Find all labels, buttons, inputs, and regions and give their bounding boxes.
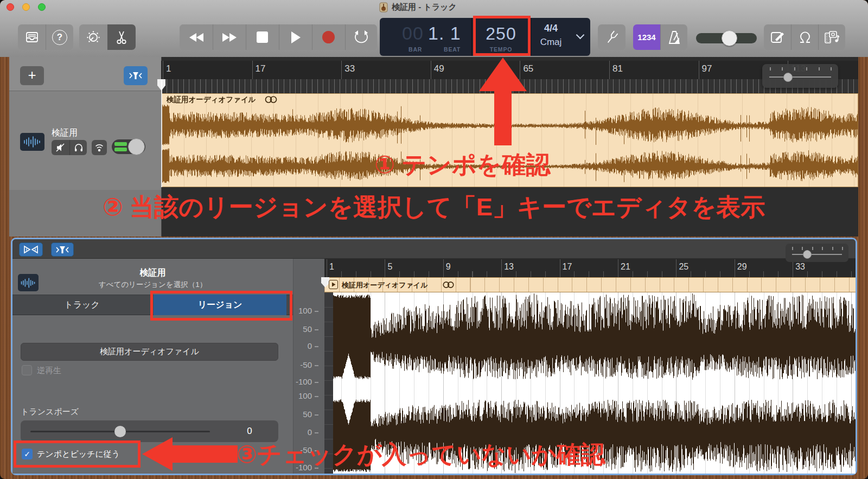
lcd-beat-label: BEAT [444,46,461,53]
transpose-label: トランスポーズ [21,407,79,417]
lcd-bar-prefix: 00 [402,23,424,44]
solo-button[interactable] [70,140,87,155]
editors-button[interactable] [107,24,136,50]
follow-tempo-region-icon [264,95,278,104]
forward-button[interactable] [213,24,246,50]
ruler-tick: 81 [609,61,623,79]
zoom-button[interactable] [38,3,46,11]
rewind-button[interactable] [180,24,213,50]
cycle-icon [354,30,369,44]
zoom-tick [792,247,793,250]
main-zoom-slider[interactable] [762,64,838,88]
play-icon [331,282,336,287]
library-icon [25,31,39,43]
lcd-key[interactable]: Cmaj [531,37,571,48]
track-name[interactable]: 検証用 [52,127,78,139]
close-button[interactable] [7,3,14,11]
scale-label: -50 [295,360,318,369]
track-icon[interactable] [20,133,44,151]
master-volume-thumb[interactable] [722,30,737,46]
library-button[interactable] [18,24,46,50]
garageband-window: 検証用 - トラック ? 00 1. 1 BAR BEAT 250 TEMPO [0,0,868,479]
scale-label: -100 [295,377,318,386]
media-browser-button[interactable] [819,24,845,50]
transpose-slider-thumb[interactable] [114,426,126,437]
lcd-bar-label: BAR [409,46,422,53]
zoom-tick [831,67,832,71]
input-monitor-button[interactable] [92,140,107,155]
knob-icon [86,30,101,45]
main-zoom-thumb[interactable] [783,73,793,82]
ruler-tick: 17 [252,61,266,79]
annotation-box-tempo [473,16,531,56]
count-in-label: 1234 [637,33,655,42]
fast-forward-icon [222,33,237,42]
editor-region-name: 検証用オーディオファイル [342,280,427,290]
loop-icon [798,31,812,44]
flex-icon [23,245,39,254]
separator [246,24,246,50]
editor-zoom-thumb[interactable] [803,250,812,259]
lcd-time-signature[interactable]: 4/4 [531,23,571,34]
separator [312,24,312,50]
flex-button[interactable] [19,242,43,257]
ruler-tick: 97 [699,61,712,79]
editor-zoom-slider[interactable] [786,244,848,262]
scissors-icon [114,30,129,45]
audio-file-button[interactable]: 検証用オーディオファイル [21,343,278,361]
headphones-icon [74,143,84,152]
metronome-icon [667,30,681,44]
loop-browser-button[interactable] [792,24,818,50]
editor-region-play-button[interactable] [329,280,338,289]
note-pad-button[interactable] [764,24,791,50]
annotation-arrow-left [142,437,173,471]
stop-button[interactable] [246,24,279,50]
annotation-arrow-left-shaft [171,445,238,463]
cycle-button[interactable] [345,24,377,50]
play-button[interactable] [279,24,312,50]
ruler-tick: 49 [431,61,444,79]
annotation-step1: ① テンポを確認 [374,149,551,181]
window-title: 検証用 - トラック [392,2,457,12]
zoom-tick [819,67,820,71]
smart-controls-button[interactable] [79,24,107,50]
help-button[interactable]: ? [46,24,73,50]
lcd-position[interactable]: 1. 1 [428,23,461,44]
catch-icon [129,71,143,80]
zoom-tick [794,67,795,71]
tab-track[interactable]: トラック [12,295,152,315]
editor-menubar [12,239,856,259]
mute-button[interactable] [52,140,69,155]
reverse-checkbox[interactable] [22,365,32,375]
add-track-button[interactable]: + [20,66,44,85]
zoom-tick [842,247,843,250]
region-name[interactable]: 検証用オーディオファイル [167,95,256,105]
minimize-button[interactable] [22,3,30,11]
tuner-button[interactable] [598,24,626,50]
count-in-button[interactable]: 1234 [633,24,660,50]
catch-icon [55,245,69,254]
level-meter [114,142,127,146]
record-button[interactable] [312,24,345,50]
tuning-fork-icon [605,30,619,45]
ruler-tick: 1 [163,61,171,79]
follow-tempo-region-icon [442,281,455,289]
playhead-line [161,79,162,187]
track-volume-knob[interactable] [128,138,145,155]
metronome-button[interactable] [661,24,687,50]
document-icon [379,2,388,12]
catch-playhead-button[interactable] [124,66,148,85]
annotation-arrow-up [479,58,527,91]
zoom-tick [806,67,807,71]
scale-label: 100 [295,306,318,315]
transpose-value: 0 [239,426,260,437]
ruler-tick: 33 [341,61,355,79]
separator [213,24,213,50]
editor-selection-note: すべてのリージョンを選択（1） [12,280,293,290]
zoom-tick [770,67,771,71]
waveform-icon [23,136,42,148]
scale-label: 0 [295,427,318,437]
editor-catch-button[interactable] [51,242,74,257]
scale-label: 100 [295,391,318,400]
rewind-icon [189,33,204,42]
